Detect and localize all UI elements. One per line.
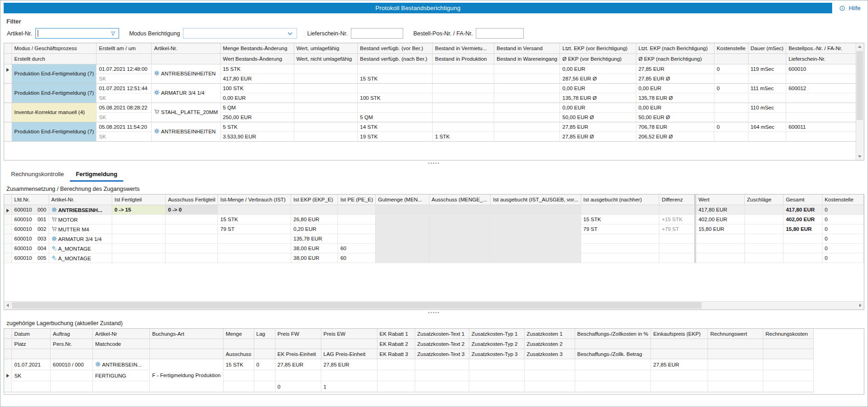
column-header[interactable]: Bestellpos.-Nr. / FA-Nr. xyxy=(786,43,856,54)
cell-value[interactable]: 0 xyxy=(822,253,864,263)
cell-ek-preis-einheit[interactable]: 0 xyxy=(275,381,321,392)
column-header[interactable] xyxy=(651,349,708,359)
cell-matchcode[interactable]: FERTIGUNG xyxy=(93,370,150,381)
cell-value[interactable]: 0,00 EUR xyxy=(636,84,714,93)
column-header[interactable]: Zusatzkosten 3 xyxy=(525,349,575,359)
column-header[interactable]: Ø EKP (nach Berichtigung) xyxy=(636,54,714,64)
column-header[interactable] xyxy=(275,339,321,349)
cell-value[interactable]: 15 STK xyxy=(581,215,660,224)
cell-value[interactable] xyxy=(708,370,763,381)
cell-value[interactable]: 0,00 EUR xyxy=(560,64,636,74)
cell-ausschuss-fertigteil[interactable] xyxy=(166,244,218,253)
cell-rechnungswert[interactable] xyxy=(708,359,763,370)
cell-value[interactable] xyxy=(429,253,491,263)
cell-value[interactable] xyxy=(748,74,787,84)
cell-artikel[interactable]: ARMATUR 3/4 1/4 xyxy=(49,234,112,244)
cell-value[interactable] xyxy=(783,244,822,253)
cell-beschaffung[interactable] xyxy=(575,359,651,370)
cell-value[interactable] xyxy=(651,381,708,392)
table-row[interactable]: 600010001MOTOR15 STK26,80 EUR15 STK+15 S… xyxy=(4,215,864,224)
cell-value[interactable] xyxy=(223,370,254,381)
cell-value[interactable] xyxy=(659,205,695,215)
column-header[interactable]: Ist-Menge / Verbrauch (IST) xyxy=(218,195,291,205)
cell-value[interactable] xyxy=(469,370,525,381)
column-header[interactable] xyxy=(708,349,763,359)
cell-value[interactable] xyxy=(786,93,856,103)
cell-value[interactable]: 402,00 EUR xyxy=(783,215,822,224)
cell-value[interactable]: 164 mSec xyxy=(748,122,787,132)
cell-value[interactable] xyxy=(275,370,321,381)
cell-modus[interactable]: Produktion End-Fertigmeldung (7) xyxy=(12,64,97,84)
column-header[interactable]: Beschaffungs-/Zollkosten in % xyxy=(575,329,651,339)
cell-value[interactable] xyxy=(494,64,560,74)
cell-lfdnr[interactable]: 600010004 xyxy=(12,244,49,253)
column-header[interactable]: Datum xyxy=(12,329,51,339)
cell-value[interactable]: 0,00 EUR xyxy=(221,93,294,103)
table-row[interactable]: 600010002MUTTER M479 ST0,20 EUR79 ST+79 … xyxy=(4,224,864,234)
cell-value[interactable]: 38,00 EUR xyxy=(291,253,338,263)
cell-value[interactable] xyxy=(581,205,660,215)
cell-ist-fertigteil[interactable] xyxy=(112,215,166,224)
cell-value[interactable] xyxy=(575,370,651,381)
cell-erstellt-durch[interactable]: SK xyxy=(97,93,152,103)
cell-ist-fertigteil[interactable] xyxy=(112,224,166,234)
cell-value[interactable]: 5 QM xyxy=(221,103,294,113)
cell-einkaufspreis[interactable]: 27,85 EUR xyxy=(651,359,708,370)
cell-value[interactable] xyxy=(376,205,429,215)
cell-value[interactable]: 27,85 EUR xyxy=(636,64,714,74)
cell-value[interactable]: 79 ST xyxy=(581,224,660,234)
cell-value[interactable] xyxy=(254,370,275,381)
column-header[interactable] xyxy=(254,339,275,349)
cell-artikel[interactable]: ARMATUR 3/4 1/4 xyxy=(152,84,221,103)
column-header[interactable]: Zusatzkosten 1 xyxy=(525,329,575,339)
cell-value[interactable] xyxy=(659,244,695,253)
column-header[interactable] xyxy=(708,339,763,349)
cell-value[interactable]: 3.533,90 EUR xyxy=(221,132,294,142)
cell-value[interactable] xyxy=(494,122,560,132)
cell-value[interactable] xyxy=(745,234,784,244)
cell-value[interactable]: 0 xyxy=(822,205,864,215)
column-header[interactable]: Preis FW xyxy=(275,329,321,339)
cell-value[interactable]: 15 STK xyxy=(358,74,433,84)
column-header[interactable] xyxy=(51,349,93,359)
cell-value[interactable]: 600010 xyxy=(786,64,856,74)
scroll-right-arrow[interactable] xyxy=(857,302,864,309)
cell-value[interactable] xyxy=(786,74,856,84)
cell-lfdnr[interactable]: 600010005 xyxy=(12,253,49,263)
cell-artikel[interactable]: ANTRIEBSEINHEITEN xyxy=(152,64,221,84)
cell-artikel[interactable]: ANTRIEBSEINHEITEN xyxy=(152,122,221,142)
cell-value[interactable]: 15,80 EUR xyxy=(695,224,745,234)
cell-value[interactable] xyxy=(376,253,429,263)
cell-value[interactable]: 417,80 EUR xyxy=(221,74,294,84)
column-header[interactable]: Lieferschein-Nr. xyxy=(786,54,856,64)
column-header[interactable]: Gutmenge (MEN... xyxy=(376,195,429,205)
cell-value[interactable] xyxy=(433,74,494,84)
cell-value[interactable] xyxy=(783,253,822,263)
column-header[interactable] xyxy=(254,349,275,359)
cell-value[interactable] xyxy=(491,234,581,244)
cell-value[interactable] xyxy=(218,253,291,263)
vertical-scroll-thumb[interactable] xyxy=(857,51,863,120)
cell-value[interactable]: 0,00 EUR xyxy=(560,103,636,113)
bestell-pos-nr-input[interactable] xyxy=(476,28,524,39)
cell-artikel[interactable]: ANTRIEBSEIN... xyxy=(93,359,150,370)
column-header[interactable]: Zusatzkosten-Text 2 xyxy=(415,339,469,349)
column-header[interactable]: Modus / Geschäftsprozess xyxy=(12,43,97,54)
cell-value[interactable]: 27,85 EUR xyxy=(560,122,636,132)
cell-value[interactable] xyxy=(581,253,660,263)
cell-value[interactable] xyxy=(575,381,651,392)
artikel-nr-input-box[interactable] xyxy=(35,28,119,39)
cell-value[interactable]: 135,78 EUR Ø xyxy=(636,93,714,103)
cell-value[interactable] xyxy=(494,93,560,103)
cell-value[interactable] xyxy=(786,113,856,122)
column-header[interactable]: LAG Preis-Einheit xyxy=(321,349,377,359)
column-header[interactable] xyxy=(12,349,51,359)
horizontal-scrollbar[interactable] xyxy=(4,301,864,310)
cell-value[interactable]: 50,00 EUR Ø xyxy=(636,113,714,122)
column-header[interactable]: Artikel-Nr xyxy=(93,329,150,339)
cell-value[interactable] xyxy=(358,103,433,113)
column-header[interactable]: Erstellt am / um xyxy=(97,43,152,54)
column-header[interactable] xyxy=(93,349,150,359)
cell-value[interactable] xyxy=(748,132,787,142)
column-header[interactable]: Zusatzkosten-Typ 3 xyxy=(469,349,525,359)
